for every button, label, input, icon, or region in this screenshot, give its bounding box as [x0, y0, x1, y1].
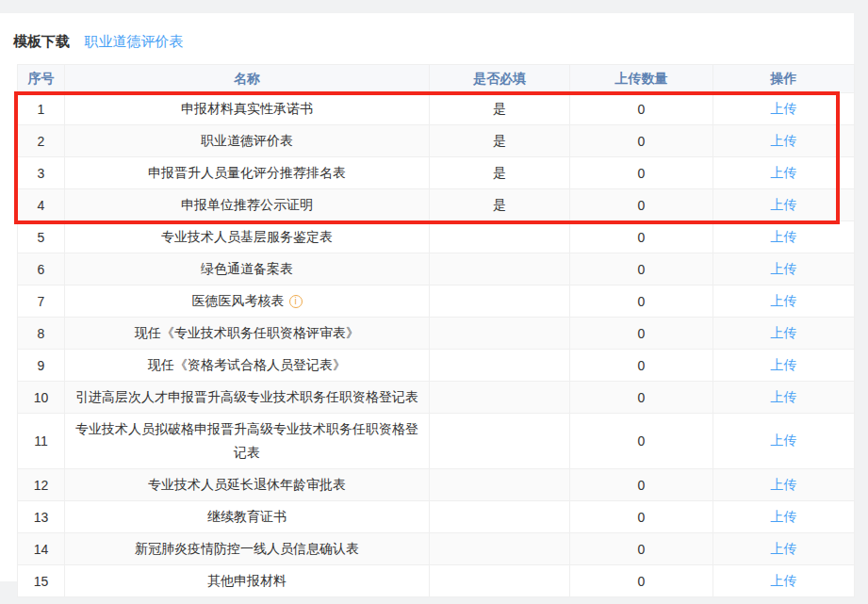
column-header-action: 操作 [713, 65, 855, 93]
material-name: 继续教育证书 [207, 509, 287, 524]
required-flag: 是 [430, 93, 570, 125]
column-header-name: 名称 [65, 65, 430, 93]
required-flag [430, 382, 570, 414]
required-flag [430, 565, 570, 597]
required-flag [430, 318, 570, 350]
required-flag [430, 501, 570, 533]
table-header: 序号 名称 是否必填 上传数量 操作 [18, 65, 855, 93]
required-flag [430, 286, 570, 318]
required-flag [430, 221, 570, 253]
upload-link[interactable]: 上传 [771, 197, 797, 212]
table-row: 15 其他申报材料 0 上传 [18, 565, 855, 597]
table-row: 9 现任《资格考试合格人员登记表》 0 上传 [18, 350, 855, 382]
upload-link[interactable]: 上传 [771, 165, 797, 180]
column-header-count: 上传数量 [570, 65, 713, 93]
upload-link[interactable]: 上传 [771, 477, 797, 492]
required-flag [430, 414, 570, 469]
upload-link[interactable]: 上传 [771, 509, 797, 524]
upload-count: 0 [570, 318, 713, 350]
template-download-link[interactable]: 职业道德评价表 [84, 33, 183, 49]
material-name: 绿色通道备案表 [201, 261, 293, 276]
required-flag [430, 469, 570, 501]
materials-table: 序号 名称 是否必填 上传数量 操作 1 申报材料真实性承诺书 是 0 上传 2… [17, 64, 855, 597]
row-index: 14 [18, 533, 65, 565]
upload-link[interactable]: 上传 [771, 389, 797, 404]
upload-count: 0 [570, 93, 713, 125]
required-flag [430, 350, 570, 382]
table-row: 8 现任《专业技术职务任职资格评审表》 0 上传 [18, 318, 855, 350]
upload-count: 0 [570, 221, 713, 253]
table-row: 12 专业技术人员延长退休年龄审批表 0 上传 [18, 469, 855, 501]
row-index: 6 [18, 253, 65, 286]
upload-count: 0 [570, 469, 713, 501]
material-name: 现任《资格考试合格人员登记表》 [148, 357, 346, 372]
row-index: 4 [18, 189, 65, 221]
table-row: 10 引进高层次人才申报晋升高级专业技术职务任职资格登记表 0 上传 [18, 382, 855, 414]
row-index: 11 [18, 414, 65, 469]
row-index: 15 [18, 565, 65, 597]
upload-count: 0 [570, 382, 713, 414]
table-row: 13 继续教育证书 0 上传 [18, 501, 855, 533]
upload-count: 0 [570, 189, 713, 221]
upload-link[interactable]: 上传 [771, 261, 797, 276]
row-index: 7 [18, 286, 65, 318]
row-index: 1 [18, 93, 65, 125]
material-name: 申报材料真实性承诺书 [181, 101, 313, 116]
table-row: 4 申报单位推荐公示证明 是 0 上传 [18, 189, 855, 221]
upload-link[interactable]: 上传 [771, 325, 797, 340]
material-name: 专业技术人员延长退休年龄审批表 [148, 477, 346, 492]
row-index: 12 [18, 469, 65, 501]
table-row: 1 申报材料真实性承诺书 是 0 上传 [18, 93, 855, 125]
upload-link[interactable]: 上传 [771, 357, 797, 372]
required-flag: 是 [430, 189, 570, 221]
upload-count: 0 [570, 350, 713, 382]
material-name: 专业技术人员基层服务鉴定表 [161, 229, 333, 244]
upload-count: 0 [570, 565, 713, 597]
material-name: 引进高层次人才申报晋升高级专业技术职务任职资格登记表 [75, 389, 418, 404]
material-name: 专业技术人员拟破格申报晋升高级专业技术职务任职资格登记表 [75, 421, 418, 460]
upload-link[interactable]: 上传 [771, 573, 797, 588]
row-index: 3 [18, 157, 65, 189]
material-name: 申报单位推荐公示证明 [181, 197, 313, 212]
upload-count: 0 [570, 533, 713, 565]
material-name: 其他申报材料 [207, 573, 287, 588]
required-flag [430, 253, 570, 286]
upload-count: 0 [570, 253, 713, 286]
upload-link[interactable]: 上传 [771, 293, 797, 308]
table-row: 7 医德医风考核表i 0 上传 [18, 286, 855, 318]
upload-link[interactable]: 上传 [771, 433, 797, 448]
upload-count: 0 [570, 157, 713, 189]
required-flag [430, 533, 570, 565]
upload-link[interactable]: 上传 [771, 133, 797, 148]
template-download-row: 模板下载 职业道德评价表 [13, 33, 183, 54]
upload-count: 0 [570, 286, 713, 318]
upload-count: 0 [570, 125, 713, 157]
page: 模板下载 职业道德评价表 序号 名称 是否必填 上传数量 操作 [0, 0, 868, 604]
required-flag: 是 [430, 157, 570, 189]
upload-count: 0 [570, 414, 713, 469]
table-row: 5 专业技术人员基层服务鉴定表 0 上传 [18, 221, 855, 253]
table-row: 14 新冠肺炎疫情防控一线人员信息确认表 0 上传 [18, 533, 855, 565]
material-name: 职业道德评价表 [201, 133, 293, 148]
row-index: 8 [18, 318, 65, 350]
table-row: 11 专业技术人员拟破格申报晋升高级专业技术职务任职资格登记表 0 上传 [18, 414, 855, 469]
row-index: 9 [18, 350, 65, 382]
page-title: 模板下载 [13, 33, 70, 49]
material-name: 申报晋升人员量化评分推荐排名表 [148, 165, 346, 180]
row-index: 13 [18, 501, 65, 533]
info-icon[interactable]: i [289, 295, 303, 308]
upload-link[interactable]: 上传 [771, 541, 797, 556]
column-header-index: 序号 [18, 65, 65, 93]
table-row: 3 申报晋升人员量化评分推荐排名表 是 0 上传 [18, 157, 855, 189]
required-flag: 是 [430, 125, 570, 157]
table-row: 6 绿色通道备案表 0 上传 [18, 253, 855, 286]
upload-count: 0 [570, 501, 713, 533]
material-name: 医德医风考核表 [192, 293, 285, 308]
upload-link[interactable]: 上传 [771, 229, 797, 244]
upload-link[interactable]: 上传 [771, 101, 797, 116]
row-index: 2 [18, 125, 65, 157]
column-header-required: 是否必填 [430, 65, 570, 93]
table-row: 2 职业道德评价表 是 0 上传 [18, 125, 855, 157]
material-name: 新冠肺炎疫情防控一线人员信息确认表 [135, 541, 359, 556]
content-card: 模板下载 职业道德评价表 序号 名称 是否必填 上传数量 操作 [0, 13, 854, 581]
